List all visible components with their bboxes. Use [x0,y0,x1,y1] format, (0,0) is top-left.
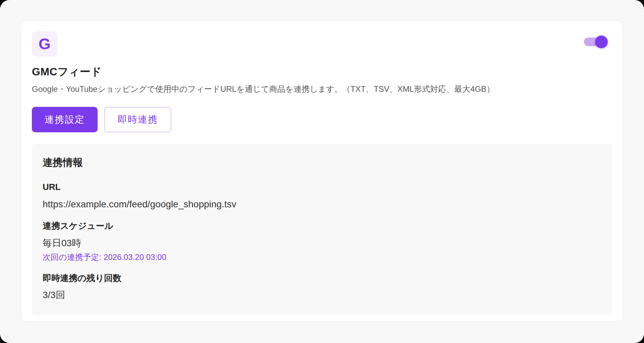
google-g-icon: G [39,36,51,52]
remaining-syncs-field: 即時連携の残り回数 3/3回 [43,273,601,301]
action-buttons: 連携設定 即時連携 [32,107,612,132]
page-background: G GMCフィード Google・YouTubeショッピングで使用中のフィードU… [0,0,644,343]
feed-description: Google・YouTubeショッピングで使用中のフィードURLを通じて商品を連… [32,83,612,95]
schedule-label: 連携スケジュール [43,220,601,232]
feed-enabled-toggle[interactable] [584,38,607,46]
schedule-field: 連携スケジュール 毎日03時 次回の連携予定: 2026.03.20 03:00 [43,220,601,262]
url-value: https://example.com/feed/google_shopping… [43,198,601,210]
url-field: URL https://example.com/feed/google_shop… [43,182,601,210]
instant-sync-button[interactable]: 即時連携 [104,107,171,132]
url-label: URL [43,182,601,193]
schedule-value: 毎日03時 [43,237,601,249]
feed-title: GMCフィード [32,65,612,78]
remaining-syncs-value: 3/3回 [43,289,601,301]
link-settings-button[interactable]: 連携設定 [32,107,98,132]
next-sync-note: 次回の連携予定: 2026.03.20 03:00 [43,252,601,262]
card-header: G [32,31,612,57]
link-info-heading: 連携情報 [43,156,601,169]
toggle-knob-icon [595,36,608,48]
remaining-syncs-label: 即時連携の残り回数 [43,273,601,284]
gmc-feed-card: G GMCフィード Google・YouTubeショッピングで使用中のフィードU… [21,20,623,322]
link-info-panel: 連携情報 URL https://example.com/feed/google… [32,144,612,316]
gmc-logo: G [32,31,57,57]
